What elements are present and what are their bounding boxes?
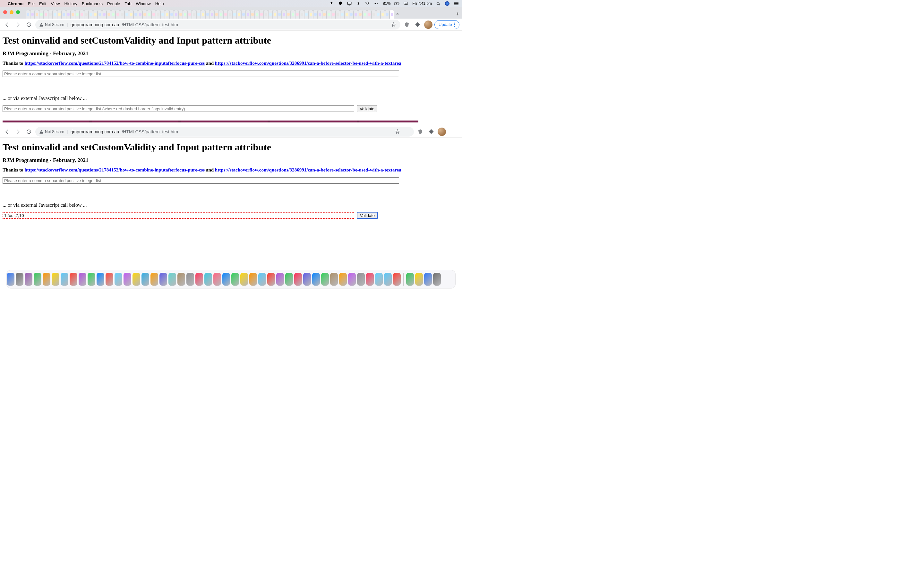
dock-app[interactable] xyxy=(384,273,392,285)
app-menu[interactable]: Chrome xyxy=(8,1,23,6)
browser-tab[interactable] xyxy=(152,10,156,19)
browser-tab[interactable] xyxy=(354,10,358,19)
browser-tab[interactable] xyxy=(237,10,241,19)
close-tab-button[interactable]: × xyxy=(394,10,401,19)
dock-app[interactable] xyxy=(276,273,284,285)
thanks-link-2b[interactable]: https://stackoverflow.com/questions/3286… xyxy=(215,167,401,172)
browser-tab[interactable] xyxy=(219,10,223,19)
browser-tab[interactable] xyxy=(84,10,89,19)
browser-tab[interactable] xyxy=(381,10,385,19)
browser-tab[interactable] xyxy=(246,10,250,19)
browser-tab[interactable] xyxy=(367,10,372,19)
browser-tab[interactable] xyxy=(134,10,138,19)
integer-list-input-1b[interactable] xyxy=(3,177,399,184)
address-bar[interactable]: Not Secure | rjmprogramming.com.au/HTMLC… xyxy=(35,20,401,29)
integer-list-input-2b[interactable] xyxy=(3,212,354,219)
volume-icon[interactable] xyxy=(374,1,379,6)
browser-tab[interactable] xyxy=(160,10,165,19)
browser-tab[interactable] xyxy=(389,10,394,19)
browser-tab[interactable] xyxy=(344,10,349,19)
browser-tab[interactable] xyxy=(142,10,147,19)
dock-app[interactable] xyxy=(312,273,320,285)
browser-tab[interactable] xyxy=(39,10,44,19)
browser-tab[interactable] xyxy=(309,10,313,19)
window-minimize[interactable] xyxy=(10,10,13,14)
browser-tab[interactable] xyxy=(358,10,363,19)
browser-tab[interactable] xyxy=(214,10,219,19)
integer-list-input-1[interactable] xyxy=(3,71,399,77)
browser-tab[interactable] xyxy=(322,10,326,19)
dock-app[interactable] xyxy=(267,273,275,285)
window-maximize[interactable] xyxy=(16,10,20,14)
wifi-icon[interactable] xyxy=(365,1,370,6)
dock-app[interactable] xyxy=(424,273,432,285)
browser-tab[interactable] xyxy=(75,10,79,19)
dock-app[interactable] xyxy=(393,273,401,285)
dock-app[interactable] xyxy=(366,273,374,285)
browser-tab[interactable] xyxy=(147,10,152,19)
dock-app[interactable] xyxy=(69,273,78,285)
browser-tab[interactable] xyxy=(192,10,196,19)
browser-tab[interactable] xyxy=(273,10,277,19)
browser-tab[interactable] xyxy=(57,10,61,19)
dock-app[interactable] xyxy=(213,273,221,285)
dock-app[interactable] xyxy=(79,273,86,285)
browser-tab[interactable] xyxy=(286,10,291,19)
brave-icon[interactable] xyxy=(402,20,411,29)
thanks-link-1[interactable]: https://stackoverflow.com/questions/2178… xyxy=(24,61,205,66)
validate-button-b[interactable]: Validate xyxy=(357,212,378,219)
browser-tab[interactable] xyxy=(295,10,300,19)
dock-app[interactable] xyxy=(150,273,158,285)
browser-tab[interactable] xyxy=(228,10,232,19)
dock-app[interactable] xyxy=(178,273,185,285)
browser-tab[interactable] xyxy=(205,10,210,19)
dock-app[interactable] xyxy=(142,273,149,285)
star-icon[interactable] xyxy=(391,22,397,27)
dock-app[interactable] xyxy=(357,273,365,285)
browser-tab[interactable] xyxy=(35,10,39,19)
dock-app[interactable] xyxy=(25,273,32,285)
dock-app[interactable] xyxy=(294,273,302,285)
extensions-icon[interactable] xyxy=(413,20,422,29)
dock-app[interactable] xyxy=(330,273,338,285)
bluetooth-icon[interactable] xyxy=(356,1,361,6)
menu-help[interactable]: Help xyxy=(155,1,164,6)
browser-tab[interactable] xyxy=(255,10,259,19)
browser-tab[interactable] xyxy=(93,10,97,19)
forward-button-b[interactable] xyxy=(13,127,23,136)
browser-tab[interactable] xyxy=(318,10,322,19)
dock-app[interactable] xyxy=(339,273,347,285)
browser-tab[interactable] xyxy=(102,10,107,19)
dock-app[interactable] xyxy=(160,273,167,285)
menu-window[interactable]: Window xyxy=(136,1,150,6)
status-icon[interactable] xyxy=(329,1,334,6)
not-secure-indicator[interactable]: Not Secure xyxy=(39,23,64,27)
browser-tab[interactable] xyxy=(313,10,318,19)
dock-app[interactable] xyxy=(433,273,441,285)
dock-app[interactable] xyxy=(406,273,414,285)
browser-tab[interactable] xyxy=(61,10,66,19)
browser-tab[interactable] xyxy=(53,10,57,19)
control-center-icon[interactable] xyxy=(454,1,459,6)
browser-tab[interactable] xyxy=(264,10,268,19)
update-button[interactable]: Update xyxy=(435,20,459,29)
profile-avatar-b[interactable] xyxy=(438,127,446,136)
browser-tab[interactable] xyxy=(129,10,134,19)
menu-edit[interactable]: Edit xyxy=(39,1,46,6)
dock-app[interactable] xyxy=(249,273,257,285)
brave-icon-b[interactable] xyxy=(416,127,425,136)
dock-app[interactable] xyxy=(132,273,140,285)
browser-tab[interactable] xyxy=(259,10,264,19)
browser-tab[interactable] xyxy=(66,10,71,19)
browser-tab[interactable] xyxy=(79,10,84,19)
dock-app[interactable] xyxy=(168,273,176,285)
validate-button[interactable]: Validate xyxy=(357,105,377,112)
browser-tab[interactable] xyxy=(336,10,340,19)
browser-tab[interactable] xyxy=(326,10,331,19)
browser-tab[interactable] xyxy=(232,10,237,19)
dock-app[interactable] xyxy=(321,273,329,285)
browser-tab[interactable] xyxy=(331,10,336,19)
browser-tab[interactable] xyxy=(44,10,48,19)
dock-app[interactable] xyxy=(285,273,293,285)
browser-tab[interactable] xyxy=(223,10,228,19)
